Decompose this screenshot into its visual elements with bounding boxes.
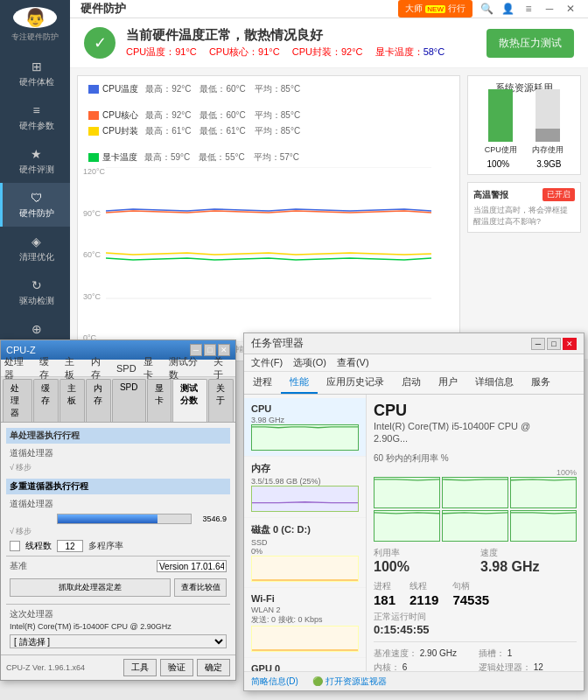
tab-app-history[interactable]: 应用历史记录 [318,372,393,394]
sidebar-item-hardware-params[interactable]: ≡ 硬件参数 [0,95,70,139]
stress-test-button[interactable]: 散热压力测试 [486,29,574,58]
taskmgr-maximize-button[interactable]: □ [547,338,561,350]
svg-rect-0 [88,85,99,94]
cpu-usage-chart-label: 60 秒内的利用率 % [374,452,577,465]
menu-icon[interactable]: ≡ [522,2,536,16]
y-axis-labels: 120°C 90°C 60°C 30°C 0°C [83,167,105,342]
tab-services[interactable]: 服务 [522,372,559,394]
cpuz-menu-gpu[interactable]: 显卡 [144,355,162,382]
footer-brief-link[interactable]: 简略信息(D) [251,676,298,688]
sidebar-item-clean[interactable]: ◈ 清理优化 [0,227,70,270]
cpuz-menu-bench[interactable]: 测试分数 [169,355,206,382]
sidebar-item-label: 清理优化 [19,251,54,263]
cpuz-menu-cache[interactable]: 缓存 [39,355,58,382]
proc-select[interactable]: [ 請选择 ] [10,634,227,648]
tab-board[interactable]: 主板 [60,379,85,422]
ok-button[interactable]: 确定 [197,659,230,676]
app-tagline: 专注硬件防护 [11,32,59,43]
legend-label: CPU核心 [102,109,138,122]
resource-bars: CPU使用 内存使用 [473,98,575,159]
cpuz-menu-motherboard[interactable]: 主板 [65,355,83,382]
tab-users[interactable]: 用户 [430,372,466,394]
compare-button[interactable]: 查看比较值 [174,578,227,597]
tab-about[interactable]: 关于 [208,379,234,422]
resource-item-disk[interactable]: 磁盘 0 (C: D:) SSD 0% [244,518,366,588]
verify-button[interactable]: 验证 [160,659,193,676]
menu-view[interactable]: 查看(V) [337,356,369,369]
install-icon: ⊕ [29,321,45,337]
tab-bench[interactable]: 测试分数 [172,379,207,422]
tab-spd[interactable]: SPD [112,379,146,422]
alert-desc: 当温度过高时，将会弹框提醒温度过高不影响? [473,205,575,227]
resource-disk-sub: SSD [251,538,359,547]
svg-rect-2 [88,127,99,136]
cores-val: 6 [402,662,408,672]
cpuz-menu-memory[interactable]: 内存 [91,355,109,382]
cpu-socket-val: 92°C [341,46,363,57]
tab-details[interactable]: 详细信息 [466,372,522,394]
cpuz-menu-about[interactable]: 关于 [214,355,232,382]
resource-item-cpu[interactable]: CPU 3.98 GHz [244,398,366,457]
cpu-bar-fill [488,89,513,142]
uptime-label: 正常运行时间 [374,611,577,623]
footer-monitor-link[interactable]: 🟢 打开资源监视器 [312,676,387,688]
hardware-params-icon: ≡ [29,102,45,118]
cpu-detail-name: Intel(R) Core(TM) i5-10400F CPU @ 2.90G.… [374,420,549,445]
sidebar-item-hardware-eval[interactable]: ★ 硬件评测 [0,139,70,183]
handles-label: 句柄 [452,580,489,592]
hardware-eval-icon: ★ [29,146,45,162]
mem-mini-graph [251,486,359,512]
calibrate-button[interactable]: 抓取此处理器定差 [10,578,171,597]
sidebar-item-driver[interactable]: ↻ 驱动检测 [0,270,70,314]
sidebar-item-hardware-check[interactable]: ⊞ 硬件体检 [0,52,70,95]
cpuz-body: 单处理器执行行程 道循处理器 √ 移步 多重道循器执行行程 道循处理器 3546… [1,423,235,657]
cpu-usage-bar: CPU使用 [485,89,517,156]
sidebar-item-hardware-guard[interactable]: 🛡 硬件防护 [0,183,70,227]
wifi-mini-graph [251,626,359,652]
minimize-button[interactable]: ─ [542,2,556,16]
tab-performance[interactable]: 性能 [281,372,318,394]
mem-bar-bg [536,89,560,142]
svg-rect-3 [88,153,99,162]
tab-startup[interactable]: 启动 [393,372,430,394]
gpu-temp-val: 58°C [424,46,445,57]
tools-button[interactable]: 工具 [123,659,157,676]
base-input[interactable] [157,560,227,572]
proc-label: 这次处理器 [10,608,227,620]
title-bar-right: 大师 NEW 行行 🔍 👤 ≡ ─ ✕ [398,0,578,18]
stat-utilization: 利用率 100% [374,547,470,575]
core-graph-4 [374,510,440,542]
search-button[interactable]: 🔍 [480,2,494,16]
uptime-value: 0:15:45:55 [374,623,577,636]
menu-file[interactable]: 文件(F) [251,356,283,369]
utilization-val: 100% [374,559,470,575]
threads-checkbox[interactable] [10,541,20,551]
resource-wifi-label: Wi-Fi [251,593,275,604]
user-button[interactable]: 👤 [500,2,514,16]
legend-cpu-socket: CPU封装 最高：61°C 最低：61°C 平均：85°C [88,125,300,137]
tab-cache[interactable]: 缓存 [33,379,59,422]
single-thread-section: 单处理器执行行程 [6,428,230,444]
sidebar-item-label: 硬件参数 [19,120,54,132]
cpuz-menu-processor[interactable]: 处理器 [4,355,32,382]
tab-memory[interactable]: 内存 [86,379,111,422]
mem-usage-bar: 内存使用 [532,89,564,156]
title-bar-left: 硬件防护 [80,1,126,17]
cpu-usage-value: 100% [487,159,510,169]
close-button[interactable]: ✕ [564,2,578,16]
menu-options[interactable]: 选项(O) [293,356,326,369]
threads-input[interactable] [57,540,83,552]
taskmgr-window-title: 任务管理器 [251,336,304,351]
taskmgr-minimize-button[interactable]: ─ [531,338,545,350]
dashi-button[interactable]: 大师 NEW 行行 [398,0,472,18]
resource-item-memory[interactable]: 内存 3.5/15.98 GB (25%) [244,457,366,518]
tab-gpu[interactable]: 显卡 [147,379,172,422]
taskmgr-close-button[interactable]: ✕ [563,338,577,350]
cpu-mini-graph [251,424,359,451]
resource-item-wifi[interactable]: Wi-Fi WLAN 2 发送: 0 接收: 0 Kbps [244,588,366,658]
app-logo: 👨 [13,7,57,28]
cpuz-menu-spd[interactable]: SPD [116,363,136,374]
tab-processes[interactable]: 进程 [244,372,281,394]
cpu-bar-label: CPU使用 [485,144,517,156]
tab-processor[interactable]: 处理器 [3,379,32,422]
